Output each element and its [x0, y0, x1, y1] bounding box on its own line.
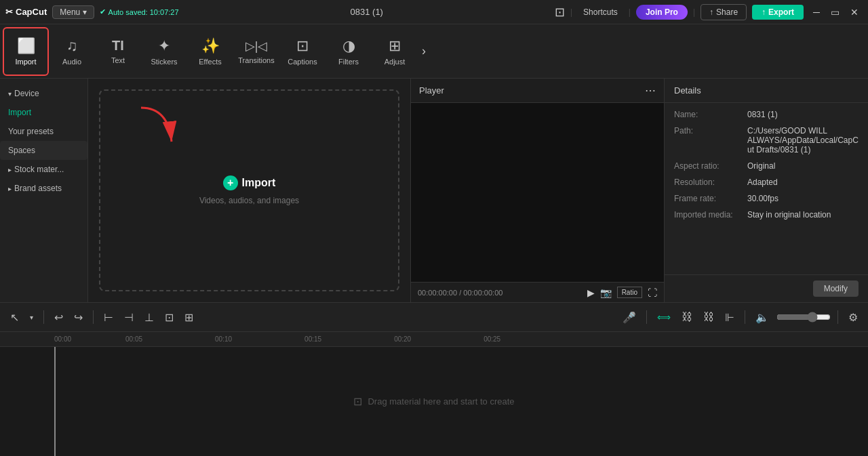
fullscreen-button[interactable]: ⛶ [648, 287, 657, 298]
sidebar: ▾ Device Import Your presets Spaces ▸ St… [0, 79, 88, 302]
minimize-button[interactable]: ─ [809, 7, 824, 18]
detail-name: Name: 0831 (1) [674, 110, 859, 119]
shortcuts-button[interactable]: Shortcuts [578, 6, 623, 18]
align-button[interactable]: ⊩ [722, 310, 738, 325]
red-arrow-icon [127, 101, 189, 162]
maximize-button[interactable]: ▭ [827, 7, 844, 18]
delete-button[interactable]: ⊡ [161, 310, 177, 325]
export-button[interactable]: ↑ Export [752, 5, 804, 20]
stock-arrow-icon: ▸ [8, 166, 12, 173]
content-panel: + Import Videos, audios, and images [88, 79, 410, 302]
toolbar-effects[interactable]: ✨ Effects [187, 27, 233, 76]
timeline-playhead [54, 347, 56, 456]
redo-button[interactable]: ↪ [71, 310, 86, 325]
toolbar-separator-4 [745, 310, 745, 324]
toolbar-text[interactable]: TI Text [95, 27, 141, 76]
details-body: Name: 0831 (1) Path: C:/Users/GOOD WILL … [665, 103, 868, 274]
split-left-button[interactable]: ⊣ [121, 310, 137, 325]
settings-button[interactable]: ⚙ [845, 310, 861, 325]
toolbar-more-button[interactable]: › [418, 44, 430, 58]
timeline-body: ⊡ Drag material here and start to create [0, 347, 868, 456]
modify-button[interactable]: Modify [813, 281, 859, 297]
filters-icon: ◑ [342, 37, 355, 55]
device-arrow-icon: ▾ [8, 90, 12, 98]
logo-icon: ✂ [5, 7, 13, 17]
text-icon: TI [112, 38, 124, 54]
stickers-icon: ✦ [158, 37, 170, 55]
audio-icon: ♫ [66, 37, 78, 55]
toolbar-adjust[interactable]: ⊞ Adjust [372, 27, 418, 76]
detail-path: Path: C:/Users/GOOD WILL ALWAYS/AppData/… [674, 126, 859, 154]
player-screen [411, 103, 664, 282]
sidebar-item-spaces[interactable]: Spaces [0, 141, 87, 160]
toolbar-filters[interactable]: ◑ Filters [326, 27, 372, 76]
sidebar-item-stock[interactable]: ▸ Stock mater... [0, 160, 87, 179]
play-button[interactable]: ▶ [587, 287, 595, 298]
sidebar-item-device[interactable]: ▾ Device [0, 84, 87, 103]
toolbar-captions[interactable]: ⊡ Captions [279, 27, 326, 76]
layout-icon: ⊡ [555, 5, 565, 20]
ruler-mark-4: 00:20 [394, 335, 411, 343]
volume-down-icon[interactable]: 🔈 [752, 310, 772, 325]
volume-slider[interactable] [776, 312, 831, 323]
snap-button[interactable]: ⟺ [654, 310, 674, 324]
project-name: 0831 (1) [184, 7, 549, 17]
toolbar-audio[interactable]: ♫ Audio [49, 27, 95, 76]
effects-icon: ✨ [201, 37, 220, 55]
join-pro-button[interactable]: Join Pro [636, 5, 688, 20]
details-footer: Modify [665, 274, 868, 302]
import-center: + Import Videos, audios, and images [199, 175, 299, 205]
import-button[interactable]: + Import [223, 175, 276, 190]
camera-button[interactable]: 📷 [600, 287, 612, 298]
split-right-button[interactable]: ⊥ [141, 310, 157, 325]
toolbar-separator-2 [93, 310, 94, 324]
select-tool-button[interactable]: ↖ [7, 310, 22, 325]
toolbar-separator-5 [837, 310, 838, 324]
drag-hint-icon: ⊡ [353, 395, 362, 408]
sidebar-item-brand[interactable]: ▸ Brand assets [0, 179, 87, 198]
import-drop-area[interactable]: + Import Videos, audios, and images [99, 89, 399, 291]
toolbar-transitions[interactable]: ▷|◁ Transitions [233, 27, 279, 76]
topbar-right: ⊡ | Shortcuts | Join Pro | ↑ Share ↑ Exp… [555, 4, 863, 20]
ratio-button[interactable]: Ratio [617, 287, 642, 298]
split-at-playhead-button[interactable]: ⊢ [100, 310, 117, 325]
ruler-mark-2: 00:10 [215, 335, 232, 343]
import-icon: ⬜ [17, 37, 35, 55]
main-toolbar: ⬜ Import ♫ Audio TI Text ✦ Stickers ✨ Ef… [0, 24, 868, 79]
toolbar-separator-3 [646, 310, 647, 324]
ruler-mark-5: 00:25 [484, 335, 500, 343]
select-dropdown-button[interactable]: ▾ [26, 312, 37, 323]
sidebar-item-import[interactable]: Import [0, 103, 87, 122]
timeline-drag-hint: ⊡ Drag material here and start to create [353, 395, 514, 408]
menu-button[interactable]: Menu ▾ [52, 5, 94, 19]
timeline-ruler: 00:00 00:05 00:10 00:15 00:20 00:25 [0, 332, 868, 347]
toolbar-import[interactable]: ⬜ Import [3, 27, 49, 76]
share-button[interactable]: ↑ Share [701, 4, 747, 20]
captions-icon: ⊡ [296, 37, 309, 55]
duplicate-button[interactable]: ⊞ [181, 310, 197, 325]
ruler-mark-3: 00:15 [304, 335, 321, 343]
player-menu-button[interactable]: ⋯ [645, 84, 656, 97]
link-button[interactable]: ⛓ [678, 310, 696, 325]
app-logo: ✂ CapCut [5, 7, 47, 17]
topbar: ✂ CapCut Menu ▾ ✔ Auto saved: 10:07:27 0… [0, 0, 868, 24]
ruler-mark-0: 00:00 [54, 335, 71, 343]
brand-arrow-icon: ▸ [8, 185, 12, 192]
player-header: Player ⋯ [411, 79, 664, 103]
player-title: Player [419, 85, 444, 96]
sidebar-item-presets[interactable]: Your presets [0, 122, 87, 141]
toolbar-stickers[interactable]: ✦ Stickers [141, 27, 187, 76]
close-button[interactable]: ✕ [846, 7, 863, 18]
mic-button[interactable]: 🎤 [619, 310, 639, 325]
autosave-status: ✔ Auto saved: 10:07:27 [100, 7, 179, 16]
bottom-toolbar: ↖ ▾ ↩ ↪ ⊢ ⊣ ⊥ ⊡ ⊞ 🎤 ⟺ ⛓ ⛓ ⊩ 🔈 ⚙ [0, 302, 868, 332]
unlink-button[interactable]: ⛓ [700, 310, 717, 325]
autosave-icon: ✔ [100, 7, 106, 16]
detail-imported: Imported media: Stay in original locatio… [674, 210, 859, 220]
player-controls: 00:00:00:00 / 00:00:00:00 ▶ 📷 Ratio ⛶ [411, 282, 664, 302]
adjust-icon: ⊞ [389, 37, 401, 55]
middle-section: ▾ Device Import Your presets Spaces ▸ St… [0, 79, 868, 302]
window-controls: ─ ▭ ✕ [809, 7, 863, 18]
transitions-icon: ▷|◁ [245, 39, 268, 54]
undo-button[interactable]: ↩ [51, 310, 66, 325]
